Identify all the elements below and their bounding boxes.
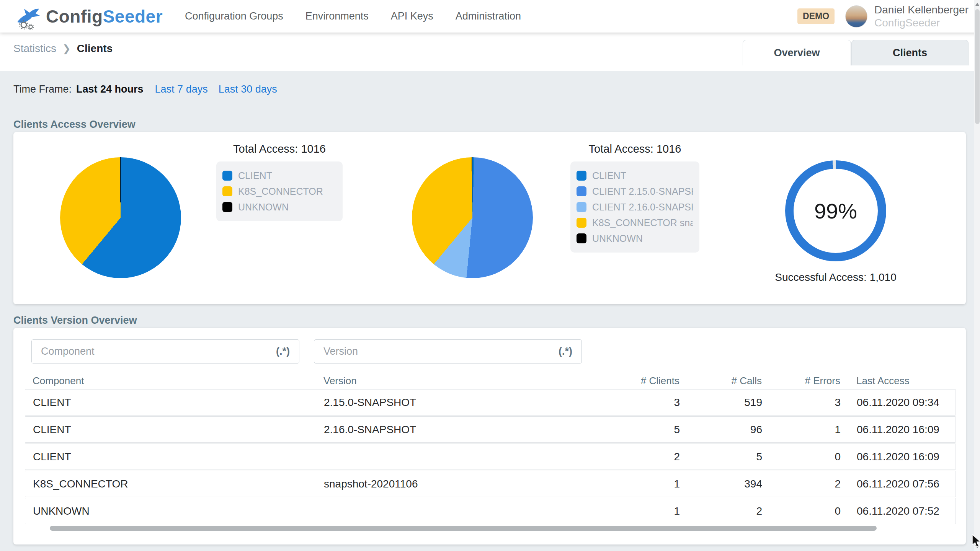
nav-item-administration[interactable]: Administration (456, 10, 521, 22)
component-pie-legend: Total Access: 1016 CLIENTK8S_CONNECTORUN… (216, 143, 343, 221)
legend-item[interactable]: CLIENT (222, 169, 336, 183)
cell-num: 3 (580, 396, 680, 409)
legend-color-chip (577, 218, 586, 228)
legend-color-chip (577, 202, 586, 212)
nav-item-api-keys[interactable]: API Keys (391, 10, 433, 22)
page-vertical-scrollbar[interactable] (974, 0, 980, 551)
legend-item[interactable]: K8S_CONNECTOR snapsho… (577, 216, 693, 230)
mouse-cursor (972, 534, 980, 548)
legend-label: CLIENT (238, 170, 272, 181)
legend-item[interactable]: K8S_CONNECTOR (222, 184, 336, 198)
version-filter-input[interactable]: Version (.*) (314, 339, 582, 364)
timeframe-row: Time Frame: Last 24 hours Last 7 days La… (13, 83, 288, 95)
timeframe-label: Time Frame: (13, 83, 72, 95)
table-header-row: Component Version # Clients # Calls # Er… (25, 372, 956, 389)
cell-version: 2.15.0-SNAPSHOT (316, 396, 580, 409)
legend-item[interactable]: UNKNOWN (222, 200, 336, 214)
cell-num: 2 (762, 478, 841, 490)
version-regex-hint: (.*) (559, 346, 572, 357)
col-header-clients: # Clients (580, 375, 679, 387)
legend-label: UNKNOWN (238, 202, 289, 213)
legend-box-2: CLIENTCLIENT 2.15.0-SNAPSHOTCLIENT 2.16.… (570, 161, 699, 253)
tab-clients[interactable]: Clients (851, 40, 969, 65)
legend-label: CLIENT (592, 170, 626, 181)
legend-label: UNKNOWN (592, 233, 643, 244)
legend-color-chip (577, 171, 586, 181)
brand-logo-link[interactable]: ConfigSeeder (15, 3, 163, 30)
cell-component: UNKNOWN (33, 505, 316, 517)
col-header-errors: # Errors (762, 375, 840, 387)
cell-version: snapshot-20201106 (316, 478, 580, 490)
table-horizontal-scrollbar[interactable] (50, 526, 877, 531)
cell-last: 06.11.2020 09:34 (841, 396, 946, 409)
breadcrumb-current: Clients (77, 42, 113, 55)
content: Time Frame: Last 24 hours Last 7 days La… (0, 71, 974, 551)
total-access-title-1: Total Access: 1016 (216, 143, 343, 155)
cell-num: 2 (580, 451, 680, 463)
user-name: Daniel Kellenberger (874, 3, 969, 16)
cell-component: K8S_CONNECTOR (33, 478, 316, 490)
cell-component: CLIENT (33, 396, 316, 409)
tab-overview[interactable]: Overview (743, 40, 851, 65)
subheader: Statistics ❯ Clients Overview Clients (0, 33, 980, 71)
legend-label: CLIENT 2.16.0-SNAPSHOT (592, 202, 693, 213)
timeframe-last-30-days-link[interactable]: Last 30 days (219, 83, 277, 95)
version-filter-placeholder: Version (323, 346, 559, 357)
legend-item[interactable]: CLIENT 2.15.0-SNAPSHOT (577, 184, 693, 198)
navbar-right: DEMO Daniel Kellenberger ConfigSeeder (797, 0, 969, 33)
legend-color-chip (222, 186, 232, 196)
nav-item-configuration-groups[interactable]: Configuration Groups (185, 10, 283, 22)
timeframe-last-7-days-link[interactable]: Last 7 days (155, 83, 208, 95)
cell-num: 1 (762, 424, 841, 436)
nav-item-environments[interactable]: Environments (305, 10, 369, 22)
user-info[interactable]: Daniel Kellenberger ConfigSeeder (874, 3, 969, 29)
user-org: ConfigSeeder (874, 16, 969, 29)
legend-color-chip (577, 233, 586, 243)
cell-last: 06.11.2020 16:09 (841, 424, 946, 436)
success-rate-donut-chart: 99% (785, 160, 886, 261)
brand-wordmark: ConfigSeeder (46, 6, 163, 27)
legend-item[interactable]: UNKNOWN (577, 231, 693, 245)
section-title-version-overview: Clients Version Overview (13, 315, 137, 326)
component-filter-placeholder: Component (41, 346, 276, 357)
table-row: CLIENT2.16.0-SNAPSHOT596106.11.2020 16:0… (25, 416, 956, 443)
nav-menu: Configuration GroupsEnvironmentsAPI Keys… (185, 10, 521, 22)
col-header-last-access: Last Access (840, 375, 947, 387)
legend-label: CLIENT 2.15.0-SNAPSHOT (592, 186, 693, 197)
scroll-up-arrow-icon[interactable] (975, 3, 979, 6)
cell-num: 394 (680, 478, 762, 490)
legend-item[interactable]: CLIENT (577, 169, 693, 183)
legend-label: K8S_CONNECTOR snapsho… (592, 217, 693, 228)
legend-box-1: CLIENTK8S_CONNECTORUNKNOWN (216, 161, 343, 221)
cell-component: CLIENT (33, 451, 316, 463)
timeframe-last-24-hours[interactable]: Last 24 hours (76, 83, 144, 95)
component-filter-input[interactable]: Component (.*) (31, 339, 299, 364)
table-row: UNKNOWN12006.11.2020 07:52 (25, 498, 956, 524)
clients-access-overview-card: Total Access: 1016 CLIENTK8S_CONNECTORUN… (13, 132, 966, 304)
configseeder-logo-icon (15, 3, 41, 30)
success-rate-percent: 99% (814, 199, 857, 223)
cell-num: 5 (580, 424, 680, 436)
access-by-component-pie-chart (60, 157, 181, 278)
demo-badge: DEMO (797, 8, 835, 24)
legend-item[interactable]: CLIENT 2.16.0-SNAPSHOT (577, 200, 693, 214)
cell-num: 2 (680, 505, 762, 517)
cell-component: CLIENT (33, 424, 316, 436)
col-header-calls: # Calls (679, 375, 762, 387)
user-avatar[interactable] (845, 5, 867, 28)
cell-num: 1 (580, 478, 680, 490)
access-by-version-pie-chart (412, 157, 533, 278)
cell-last: 06.11.2020 07:52 (841, 505, 946, 517)
breadcrumb-statistics-link[interactable]: Statistics (13, 42, 56, 55)
section-title-access-overview: Clients Access Overview (13, 119, 136, 130)
component-regex-hint: (.*) (276, 346, 290, 357)
breadcrumb: Statistics ❯ Clients (13, 42, 113, 55)
table-body: CLIENT2.15.0-SNAPSHOT3519306.11.2020 09:… (25, 389, 956, 525)
scrollbar-thumb[interactable] (975, 9, 980, 124)
cell-num: 1 (580, 505, 680, 517)
total-access-title-2: Total Access: 1016 (570, 143, 699, 155)
cell-version: 2.16.0-SNAPSHOT (316, 424, 580, 436)
successful-access-caption: Successful Access: 1,010 (746, 271, 926, 284)
cell-num: 96 (680, 424, 762, 436)
navbar: ConfigSeeder Configuration GroupsEnviron… (0, 0, 980, 33)
